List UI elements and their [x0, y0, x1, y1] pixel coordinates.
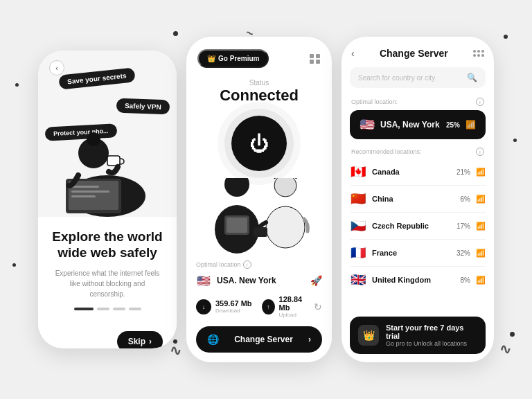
dot-2 [97, 308, 109, 310]
pagination-dots [52, 308, 163, 310]
stats-row: ↓ 359.67 Mb Download ↑ 128.84 Mb Upload … [196, 295, 322, 318]
recommended-section-label: Recommended locations: i [342, 145, 494, 159]
optimal-location-card[interactable]: 🇺🇸 USA, New York 25% 📶 [350, 110, 486, 139]
download-stat: ↓ 359.67 Mb Download [196, 295, 256, 318]
power-button[interactable]: ⏻ [231, 116, 287, 171]
recommended-info-icon: i [476, 148, 484, 156]
svg-point-13 [274, 178, 296, 197]
svg-rect-15 [254, 227, 267, 237]
globe-icon: 🌐 [207, 334, 219, 345]
server-wifi-icon: 📶 [476, 222, 486, 231]
svg-rect-6 [71, 186, 99, 188]
svg-rect-12 [227, 218, 247, 233]
power-button-container: ⏻ [186, 109, 332, 178]
deco-dot [15, 83, 19, 87]
server-flag: 🇫🇷 [350, 245, 366, 260]
svg-point-2 [87, 132, 100, 146]
phone3-header: ‹ Change Server [342, 37, 494, 67]
trial-crown-icon: 👑 [358, 325, 379, 346]
phone1-footer: Skip › [38, 331, 177, 348]
phone3-title: Change Server [380, 48, 448, 59]
location-flag: 🇺🇸 [196, 273, 211, 288]
change-server-button[interactable]: 🌐 Change Server › [196, 326, 322, 353]
server-wifi-icon: 📶 [476, 249, 486, 258]
server-wifi-icon: 📶 [476, 195, 486, 204]
phone2-illustration [186, 178, 332, 254]
info-icon: i [243, 260, 251, 269]
server-flag: 🇨🇦 [350, 164, 366, 179]
location-row: 🇺🇸 USA. New York 🚀 [196, 273, 322, 288]
server-name: China [372, 195, 455, 203]
server-wifi-icon: 📶 [476, 276, 486, 285]
phone3: ‹ Change Server Search for country or ci… [342, 37, 494, 362]
server-item[interactable]: 🇫🇷 France 32% 📶 [350, 240, 486, 267]
phone1-inner: ‹ Save your secrets Safely VPN Protect y… [38, 51, 177, 348]
optimal-location-name: USA, New York [380, 120, 441, 130]
server-flag: 🇨🇿 [350, 218, 366, 233]
upload-value: 128.84 Mb [279, 295, 310, 312]
server-flag: 🇨🇳 [350, 191, 366, 206]
phones-container: ‹ Save your secrets Safely VPN Protect y… [38, 37, 494, 362]
power-icon: ⏻ [249, 132, 269, 155]
trial-subtitle: Go pro to Unlock all locations [386, 340, 477, 347]
phone1-top-area: ‹ Save your secrets Safely VPN Protect y… [38, 51, 177, 217]
server-name: Canada [372, 168, 451, 176]
svg-point-14 [266, 206, 305, 248]
phone1-bottom-area: Explore the world wide web safely Experi… [38, 217, 177, 331]
upload-icon: ↑ [262, 299, 275, 314]
optimal-flag: 🇺🇸 [360, 117, 375, 132]
connection-status: Status Connected [186, 75, 332, 109]
person-svg [52, 106, 163, 217]
person-illustration [38, 92, 177, 217]
search-placeholder: Search for country or city [358, 74, 461, 82]
dot-1 [74, 308, 94, 310]
server-item[interactable]: 🇨🇦 Canada 21% 📶 [350, 159, 486, 186]
optimal-info-icon: i [476, 98, 484, 106]
download-icon: ↓ [196, 299, 211, 314]
server-flag: 🇬🇧 [350, 272, 366, 287]
back-button[interactable]: ‹ [49, 60, 64, 76]
download-label: Download [215, 308, 252, 314]
trial-title: Start your free 7 days trial [386, 323, 477, 340]
phone1-description: Experience what the internet feels like … [52, 268, 163, 299]
couple-illustration [190, 178, 328, 254]
server-percentage: 8% [461, 276, 470, 284]
go-premium-button[interactable]: 👑 Go Premium [197, 49, 269, 68]
svg-rect-7 [71, 190, 109, 193]
deco-squiggle: ∿ [499, 341, 511, 357]
back-arrow-icon[interactable]: ‹ [351, 48, 355, 59]
optimal-label: Optimal location i [196, 260, 322, 269]
phone1-title: Explore the world wide web safely [52, 229, 163, 261]
phone2: 👑 Go Premium Status Connected ⏻ [186, 37, 332, 362]
phone2-header: 👑 Go Premium [186, 37, 332, 75]
server-wifi-icon: 📶 [476, 168, 486, 177]
deco-dot [504, 35, 508, 39]
more-options-icon[interactable] [473, 50, 484, 57]
server-name: Czech Republic [372, 222, 451, 230]
server-item[interactable]: 🇨🇳 China 6% 📶 [350, 186, 486, 213]
bubble-save-secrets: Save your secrets [58, 67, 135, 89]
download-value: 359.67 Mb [215, 299, 252, 308]
optimal-section-label: Optimal location: i [342, 95, 494, 107]
svg-rect-3 [107, 156, 120, 166]
grid-menu-icon[interactable] [310, 54, 321, 64]
deco-dot [510, 332, 515, 337]
svg-point-9 [224, 178, 249, 197]
deco-dot [12, 263, 16, 267]
server-percentage: 32% [456, 249, 470, 257]
server-percentage: 6% [461, 195, 470, 203]
rocket-icon: 🚀 [310, 275, 322, 286]
server-item[interactable]: 🇨🇿 Czech Republic 17% 📶 [350, 213, 486, 240]
server-name: United Kingdom [372, 276, 455, 284]
server-item[interactable]: 🇬🇧 United Kingdom 8% 📶 [350, 267, 486, 293]
search-bar[interactable]: Search for country or city 🔍 [350, 67, 486, 88]
phone2-bottom: Optimal location i 🇺🇸 USA. New York 🚀 ↓ … [186, 254, 332, 362]
deco-dot [173, 31, 178, 36]
skip-button[interactable]: Skip › [117, 331, 163, 348]
trial-banner[interactable]: 👑 Start your free 7 days trial Go pro to… [350, 317, 486, 354]
upload-label: Upload [279, 312, 310, 318]
upload-stat: ↑ 128.84 Mb Upload ↻ [262, 295, 322, 318]
dot-4 [129, 308, 141, 310]
location-name: USA. New York [217, 276, 305, 285]
optimal-percentage: 25% [446, 121, 460, 129]
